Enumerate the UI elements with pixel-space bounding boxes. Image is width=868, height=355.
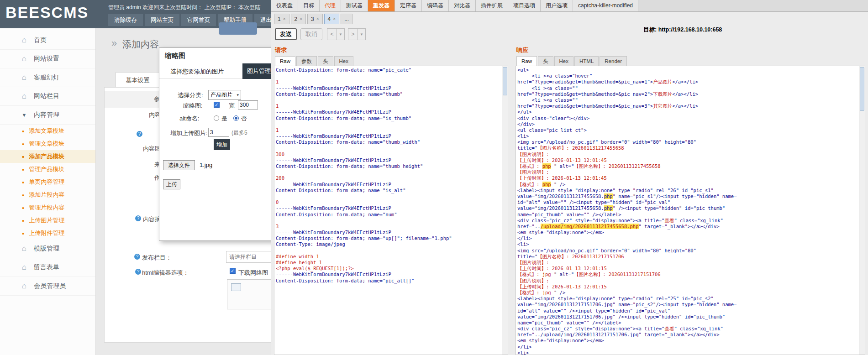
sidebar-item[interactable]: ▼内容管理 [0, 106, 95, 125]
alt-yes-radio[interactable] [214, 115, 219, 121]
request-editor[interactable]: Content-Disposition: form-data; name="pi… [274, 66, 508, 355]
sidebar-item-label: 留言表单 [34, 263, 59, 271]
category-select[interactable]: 产品图片 ▾ [208, 90, 241, 100]
topnav-button[interactable]: 清除缓存 [108, 14, 143, 26]
upload-button[interactable]: 上传 [163, 179, 180, 189]
repeater-tab[interactable]: 4× [324, 14, 340, 24]
request-scrollbar[interactable] [502, 66, 508, 355]
sidebar-item[interactable]: ⌂客服幻灯 [0, 68, 95, 87]
request-view-tab[interactable]: Hex [334, 56, 353, 66]
sidebar-item-label: 添加产品模块 [29, 152, 64, 161]
help-icon[interactable]: ? [135, 269, 141, 275]
response-view-tab[interactable]: 头 [538, 56, 553, 66]
response-scrollbar[interactable] [859, 66, 865, 355]
send-button[interactable]: 发送 [275, 28, 297, 40]
help-icon[interactable]: ? [134, 254, 140, 260]
help-icon[interactable]: ? [137, 131, 142, 137]
repeater-tab[interactable]: 3× [307, 14, 323, 24]
sidebar-item[interactable]: •添加产品模块 [0, 150, 95, 163]
thumb-label: 缩略图: [183, 102, 203, 110]
burp-tab[interactable]: 对比器 [449, 0, 476, 11]
response-line: href="../upload/img/202601131217151706.j… [517, 332, 858, 338]
tab-basic-settings[interactable]: 基本设置 [116, 72, 160, 88]
sidebar-item[interactable]: •管理产品模块 [0, 163, 95, 176]
burp-tab[interactable]: 重发器 [368, 0, 395, 11]
response-pane-title: 响应 [516, 44, 865, 55]
sidebar-item[interactable]: •上传附件管理 [0, 227, 95, 240]
scrollbar-thumb[interactable] [503, 67, 507, 95]
response-line: <li ><a class="" [517, 97, 858, 103]
help-icon[interactable]: ? [135, 215, 141, 221]
request-view-tab[interactable]: 参数 [296, 56, 317, 66]
alt-no-radio[interactable] [233, 115, 239, 121]
tab-select-image[interactable]: 选择您要添加的图片 [170, 68, 224, 76]
sidebar-item[interactable]: •管理片段内容 [0, 201, 95, 214]
response-line: 【图片说明】: [517, 151, 858, 157]
request-view-tab[interactable]: Raw [275, 56, 295, 66]
response-line: </li> [517, 235, 858, 241]
request-line: Content-Disposition: form-data; name="th… [276, 163, 501, 169]
download-image-checkbox[interactable]: ✓ [230, 268, 236, 274]
burp-tab[interactable]: 用户选项 [541, 0, 573, 11]
close-icon[interactable]: × [316, 16, 319, 21]
response-view-tab[interactable]: Hex [554, 56, 573, 66]
forward-arrow[interactable]: > [348, 28, 358, 40]
chevron-down-icon[interactable]: ▼ [337, 28, 345, 40]
repeater-tab-label: 4 [328, 16, 331, 22]
burp-tab[interactable]: 测试器 [341, 0, 368, 11]
history-forward-button[interactable]: > ▼ [348, 28, 366, 40]
sidebar-item[interactable]: •添加片段内容 [0, 188, 95, 201]
response-view-tab[interactable]: Raw [516, 56, 537, 66]
burp-tab[interactable]: 目标 [298, 0, 320, 11]
burp-tab[interactable]: 编码器 [422, 0, 449, 11]
back-arrow[interactable]: < [327, 28, 337, 40]
request-line: 3 [276, 224, 501, 230]
topnav-button[interactable]: 网站主页 [145, 14, 179, 26]
choose-file-button[interactable]: 选择文件 [163, 160, 195, 170]
request-line: 1 [276, 79, 501, 85]
thumb-checkbox[interactable]: ✓ [214, 102, 220, 108]
history-back-button[interactable]: < ▼ [327, 28, 345, 40]
sidebar-item[interactable]: ⌂网站栏目 [0, 87, 95, 106]
burp-tab[interactable]: 代理 [320, 0, 341, 11]
sidebar-item-label: 网站设置 [34, 55, 59, 63]
sidebar-item[interactable]: •添加文章模块 [0, 125, 95, 137]
sidebar-item[interactable]: •单页内容管理 [0, 176, 95, 188]
response-line: <div class="clear"></div> [517, 115, 858, 121]
burp-main-tabs: 仪表盘目标代理测试器重发器定序器编码器对比器插件扩展项目选项用户选项captch… [271, 0, 868, 12]
repeater-tab[interactable]: 1× [274, 14, 289, 24]
add-count-input[interactable] [208, 128, 229, 137]
alt-label: alt命名: [179, 115, 199, 123]
width-input[interactable] [238, 100, 258, 110]
sidebar-item[interactable]: •管理文章模块 [0, 137, 95, 150]
burp-tab[interactable]: captcha-killer-modified [573, 0, 638, 11]
close-icon[interactable]: × [283, 16, 286, 21]
response-text: <ul> <li ><a class="hover"href="?type=ra… [517, 67, 858, 355]
sidebar-item[interactable]: ⌂会员管理员 [0, 277, 95, 296]
sidebar-item[interactable]: ⌂留言表单 [0, 258, 95, 277]
topnav-button[interactable]: 官网首页 [181, 14, 216, 26]
image-icon [231, 283, 241, 291]
response-view-tab[interactable]: HTML [574, 56, 599, 66]
sidebar-item[interactable]: ⌂模版管理 [0, 240, 95, 258]
request-view-tab[interactable]: 头 [318, 56, 333, 66]
blue-action-button[interactable] [219, 22, 257, 35]
chevron-down-icon[interactable]: ▼ [358, 28, 366, 40]
burp-tab[interactable]: 定序器 [395, 0, 422, 11]
scrollbar-thumb[interactable] [860, 67, 864, 111]
repeater-tab[interactable]: 2× [291, 14, 306, 24]
close-icon[interactable]: × [300, 16, 302, 21]
sidebar-item[interactable]: •上传图片管理 [0, 214, 95, 227]
burp-tab[interactable]: 插件扩展 [476, 0, 508, 11]
response-view-tab[interactable]: Render [600, 56, 627, 66]
sidebar-item[interactable]: ⌂网站设置 [0, 50, 95, 68]
burp-tab[interactable]: 仪表盘 [271, 0, 298, 11]
add-button[interactable]: 增加 [214, 139, 230, 150]
response-editor[interactable]: <ul> <li ><a class="hover"href="?type=ra… [516, 66, 865, 355]
repeater-tab-label: 2 [295, 16, 298, 22]
request-line: 300 [276, 151, 501, 157]
repeater-tab[interactable]: ... [341, 14, 352, 24]
burp-tab[interactable]: 项目选项 [508, 0, 541, 11]
close-icon[interactable]: × [333, 16, 336, 21]
sidebar-item[interactable]: ⌂首页 [0, 31, 95, 50]
